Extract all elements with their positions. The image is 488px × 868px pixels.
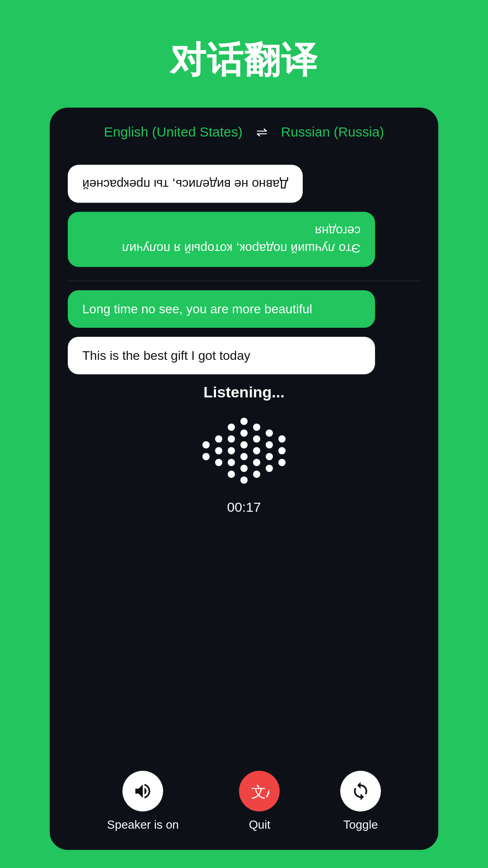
dot	[240, 453, 248, 460]
speaker-button[interactable]: Speaker is on	[107, 771, 179, 832]
target-language[interactable]: Russian (Russia)	[281, 124, 384, 140]
chat-divider	[68, 281, 420, 281]
quit-icon-circle: 文A	[239, 771, 280, 811]
listening-section: Listening...	[68, 374, 420, 519]
dot	[266, 429, 273, 437]
speaker-icon	[133, 781, 153, 801]
quit-label: Quit	[249, 818, 271, 832]
wave-col-1	[202, 441, 210, 460]
wave-col-3	[228, 424, 235, 478]
quit-button[interactable]: 文A Quit	[239, 771, 280, 832]
wave-col-2	[215, 435, 222, 466]
toggle-icon-circle	[340, 771, 381, 811]
toggle-icon	[351, 781, 371, 801]
wave-col-7	[278, 435, 286, 466]
dot	[253, 459, 260, 466]
chat-area: Это лучший подарок, который я получил се…	[50, 156, 438, 757]
dot	[278, 447, 286, 454]
dot	[215, 435, 222, 443]
flipped-bubble-green: Это лучший подарок, который я получил се…	[68, 212, 375, 267]
dot	[228, 471, 235, 478]
waveform	[202, 415, 286, 487]
bubble-white-normal: This is the best gift I got today	[68, 337, 375, 374]
source-language[interactable]: English (United States)	[104, 124, 243, 140]
wave-col-6	[266, 429, 273, 472]
dot	[278, 459, 286, 466]
timer: 00:17	[227, 500, 261, 515]
swap-icon[interactable]: ⇌	[256, 124, 267, 140]
dot	[253, 447, 260, 454]
dot	[240, 465, 248, 472]
dot	[228, 447, 235, 454]
dot	[215, 447, 222, 454]
dot	[228, 435, 235, 443]
language-bar: English (United States) ⇌ Russian (Russi…	[50, 108, 438, 156]
bubble-green-normal: Long time no see, you are more beautiful	[68, 290, 375, 328]
svg-text:文A: 文A	[251, 783, 269, 800]
dot	[228, 459, 235, 466]
dot	[240, 418, 248, 425]
page-title: 对话翻译	[170, 36, 318, 85]
wave-col-4	[240, 418, 248, 484]
speaker-label: Speaker is on	[107, 818, 179, 832]
dot	[253, 424, 260, 431]
dot	[240, 476, 248, 484]
flipped-bubble-white: Давно не виделись, ты прекрасней	[68, 165, 303, 203]
dot	[266, 465, 273, 472]
dot	[266, 441, 273, 448]
speaker-icon-circle	[122, 771, 163, 811]
dot	[202, 453, 210, 460]
translate-icon: 文A	[249, 781, 269, 801]
main-card: English (United States) ⇌ Russian (Russi…	[50, 108, 438, 850]
dot	[253, 471, 260, 478]
dot	[240, 429, 248, 437]
dot	[278, 435, 286, 443]
bottom-bar: Speaker is on 文A Quit Toggle	[50, 757, 438, 850]
dot	[202, 441, 210, 448]
dot	[266, 453, 273, 460]
toggle-label: Toggle	[343, 818, 378, 832]
dot	[215, 459, 222, 466]
dot	[240, 441, 248, 448]
toggle-button[interactable]: Toggle	[340, 771, 381, 832]
normal-section: Long time no see, you are more beautiful…	[68, 290, 420, 374]
flipped-section: Это лучший подарок, который я получил се…	[68, 165, 420, 267]
dot	[228, 424, 235, 431]
dot	[253, 435, 260, 443]
wave-col-5	[253, 424, 260, 478]
listening-label: Listening...	[203, 383, 284, 401]
